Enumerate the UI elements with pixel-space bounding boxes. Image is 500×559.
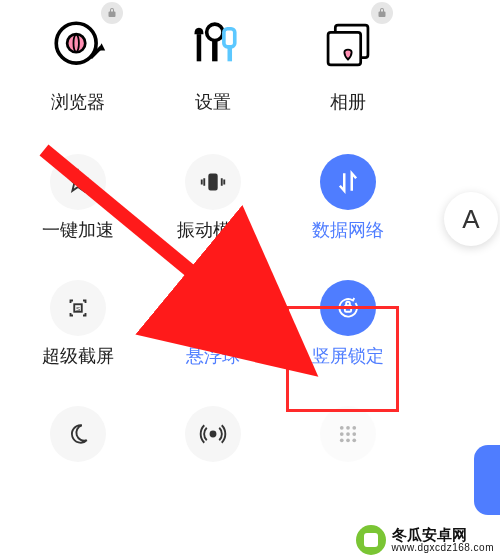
- hotspot-icon: [185, 406, 241, 462]
- svg-rect-3: [196, 34, 201, 61]
- toggle-label: 一键加速: [42, 218, 114, 242]
- boost-icon: [50, 154, 106, 210]
- grid-icon: [320, 406, 376, 462]
- svg-text:S: S: [75, 305, 79, 312]
- app-row: 浏览器 设置 相册: [0, 0, 425, 120]
- app-label: 设置: [195, 90, 231, 114]
- orientation-lock-icon: [320, 280, 376, 336]
- svg-point-20: [339, 432, 343, 436]
- float-ball-icon: [185, 280, 241, 336]
- watermark: 冬瓜安卓网 www.dgxcdz168.com: [356, 525, 494, 555]
- screenshot-icon: S: [50, 280, 106, 336]
- svg-point-17: [339, 426, 343, 430]
- toggle-label: 数据网络: [312, 218, 384, 242]
- font-size-button[interactable]: A: [444, 192, 498, 246]
- svg-rect-7: [227, 47, 232, 62]
- side-handle[interactable]: [474, 445, 500, 515]
- toggle-label: 悬浮球: [186, 344, 240, 368]
- app-label: 相册: [330, 90, 366, 114]
- toggle-label: 竖屏锁定: [312, 344, 384, 368]
- svg-point-25: [352, 438, 356, 442]
- toggle-boost[interactable]: 一键加速: [10, 148, 145, 248]
- svg-point-14: [209, 305, 215, 311]
- watermark-logo-icon: [356, 525, 386, 555]
- svg-point-22: [352, 432, 356, 436]
- watermark-name: 冬瓜安卓网: [392, 527, 494, 542]
- gallery-icon: [317, 14, 379, 76]
- app-browser[interactable]: 浏览器: [10, 8, 145, 120]
- toggle-row-1: 一键加速 振动模式 数据网络: [0, 140, 425, 248]
- toggle-vibrate[interactable]: 振动模式: [145, 148, 280, 248]
- svg-rect-5: [212, 40, 217, 62]
- toggle-row-2: S 超级截屏 悬浮球 竖屏锁定: [0, 266, 425, 374]
- svg-rect-10: [209, 175, 217, 190]
- svg-point-18: [346, 426, 350, 430]
- svg-rect-9: [328, 32, 361, 65]
- svg-rect-6: [223, 29, 234, 47]
- app-gallery[interactable]: 相册: [280, 8, 415, 120]
- watermark-url: www.dgxcdz168.com: [392, 542, 494, 553]
- vibrate-icon: [185, 154, 241, 210]
- moon-icon: [50, 406, 106, 462]
- svg-point-19: [352, 426, 356, 430]
- toggle-label: 超级截屏: [42, 344, 114, 368]
- svg-point-23: [339, 438, 343, 442]
- toggle-label: 振动模式: [177, 218, 249, 242]
- settings-icon: [182, 14, 244, 76]
- browser-icon: [47, 14, 109, 76]
- svg-point-24: [346, 438, 350, 442]
- app-settings[interactable]: 设置: [145, 8, 280, 120]
- toggle-orientation-lock[interactable]: 竖屏锁定: [280, 274, 415, 374]
- data-icon: [320, 154, 376, 210]
- toggle-row-3: [0, 392, 425, 468]
- toggle-night-mode[interactable]: [10, 400, 145, 468]
- toggle-float-ball[interactable]: 悬浮球: [145, 274, 280, 374]
- svg-rect-15: [344, 306, 350, 312]
- toggle-data[interactable]: 数据网络: [280, 148, 415, 248]
- font-size-label: A: [462, 204, 479, 235]
- toggle-screenshot[interactable]: S 超级截屏: [10, 274, 145, 374]
- svg-point-16: [210, 432, 215, 437]
- svg-point-21: [346, 432, 350, 436]
- svg-point-4: [206, 24, 222, 40]
- app-label: 浏览器: [51, 90, 105, 114]
- toggle-hotspot[interactable]: [145, 400, 280, 468]
- toggle-more[interactable]: [280, 400, 415, 468]
